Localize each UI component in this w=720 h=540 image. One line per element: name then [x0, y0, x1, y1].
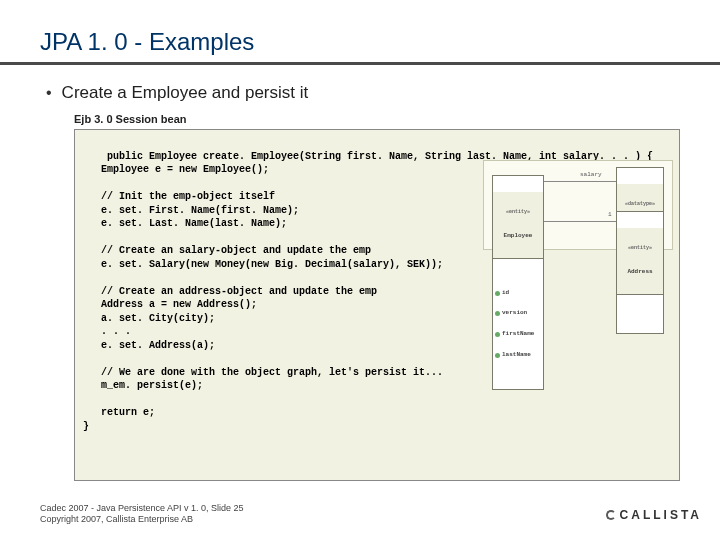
- uml-attr: firstName: [502, 331, 534, 338]
- uml-connector: [544, 181, 616, 182]
- bullet-item: • Create a Employee and persist it: [40, 83, 680, 103]
- brand-logo: CALLISTA: [606, 508, 702, 522]
- uml-assoc-mult: 1: [608, 211, 612, 219]
- title-divider: [0, 62, 720, 65]
- uml-connector: [544, 221, 616, 222]
- uml-diagram: «entity» Employee id version firstName l…: [483, 160, 673, 250]
- logo-mark-icon: [606, 510, 616, 520]
- code-block: public Employee create. Employee(String …: [74, 129, 680, 481]
- uml-assoc-label: salary: [580, 171, 602, 179]
- bullet-icon: •: [46, 84, 52, 102]
- uml-employee-name: Employee: [495, 232, 541, 240]
- uml-address-name: Address: [619, 268, 661, 276]
- footer-line-2: Copyright 2007, Callista Enterprise AB: [40, 514, 244, 526]
- uml-employee-stereotype: «entity»: [495, 209, 541, 216]
- footer-line-1: Cadec 2007 - Java Persistence API v 1. 0…: [40, 503, 244, 515]
- uml-address-stereotype: «entity»: [619, 245, 661, 252]
- slide-title: JPA 1. 0 - Examples: [40, 28, 680, 56]
- uml-money-stereotype: «datatype»: [619, 201, 661, 208]
- logo-text: CALLISTA: [620, 508, 702, 522]
- uml-address-box: «entity» Address: [616, 211, 664, 334]
- uml-attr: lastName: [502, 352, 531, 359]
- bullet-text: Create a Employee and persist it: [62, 83, 309, 103]
- uml-attr: version: [502, 310, 527, 317]
- code-caption: Ejb 3. 0 Session bean: [40, 113, 680, 125]
- slide-footer: Cadec 2007 - Java Persistence API v 1. 0…: [40, 503, 244, 526]
- uml-employee-box: «entity» Employee id version firstName l…: [492, 175, 544, 390]
- uml-attr: id: [502, 290, 509, 297]
